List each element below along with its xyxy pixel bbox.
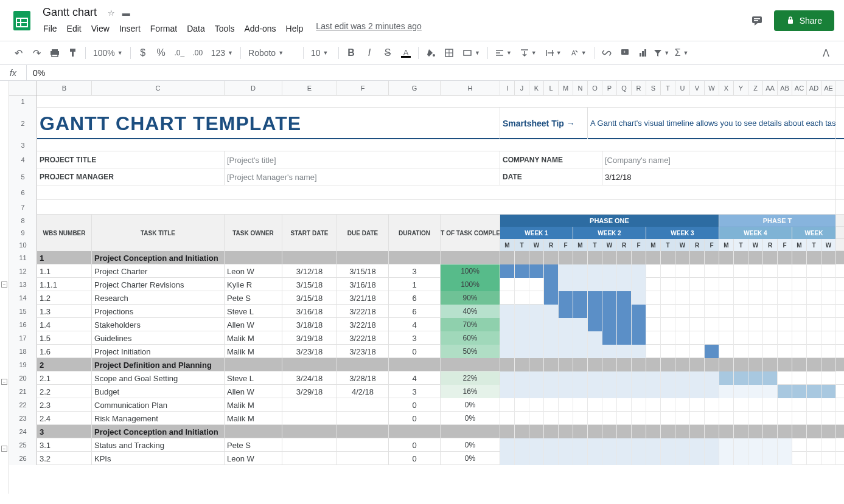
halign-button[interactable]: ▼	[492, 44, 515, 61]
task-title[interactable]: Stakeholders	[92, 318, 225, 331]
cell[interactable]	[763, 398, 778, 412]
cell[interactable]	[807, 291, 821, 305]
day-header[interactable]: T	[734, 239, 748, 251]
task-owner[interactable]: Leon W	[225, 452, 282, 465]
pct-complete[interactable]: 40%	[441, 305, 500, 318]
cell[interactable]	[734, 291, 748, 305]
select-all-corner[interactable]	[9, 81, 37, 95]
cell[interactable]	[821, 398, 836, 412]
cell[interactable]	[389, 358, 441, 371]
bold-button[interactable]: B	[343, 44, 360, 61]
cell[interactable]	[515, 264, 529, 278]
row-header[interactable]: 18	[9, 345, 37, 358]
task-title[interactable]: Project Definition and Planning	[92, 358, 225, 371]
start-date[interactable]	[282, 412, 337, 425]
cell[interactable]	[559, 425, 573, 438]
due-date[interactable]: 3/21/18	[337, 291, 389, 305]
cell[interactable]	[515, 452, 529, 465]
cell[interactable]	[389, 425, 441, 438]
pct-complete[interactable]: 100%	[441, 264, 500, 278]
wbs-cell[interactable]: 3.2	[37, 452, 92, 465]
col-header[interactable]: AC	[792, 81, 807, 95]
cell[interactable]	[515, 398, 529, 412]
comment-button[interactable]: +	[616, 44, 633, 61]
cell[interactable]	[602, 358, 617, 371]
wbs-cell[interactable]: 2.4	[37, 412, 92, 425]
wbs-cell[interactable]: 1.4	[37, 318, 92, 331]
cell[interactable]	[661, 438, 675, 452]
cell[interactable]	[282, 425, 337, 438]
cell[interactable]	[337, 215, 389, 227]
cell[interactable]	[763, 278, 778, 291]
cell[interactable]: TASK OWNER	[225, 227, 282, 239]
redo-button[interactable]: ↷	[28, 44, 45, 61]
decrease-decimal-button[interactable]: .0_	[171, 44, 188, 61]
cell[interactable]	[602, 318, 617, 331]
cell[interactable]	[515, 425, 529, 438]
cell[interactable]	[763, 331, 778, 345]
cell[interactable]	[529, 291, 544, 305]
cell[interactable]	[734, 264, 748, 278]
row-header[interactable]: 17	[9, 331, 37, 345]
start-date[interactable]: 3/24/18	[282, 371, 337, 385]
cell[interactable]	[337, 239, 389, 251]
task-title[interactable]: Projections	[92, 305, 225, 318]
pct-complete[interactable]: 50%	[441, 345, 500, 358]
cell[interactable]	[632, 305, 646, 318]
duration[interactable]: 1	[389, 278, 441, 291]
cell[interactable]	[441, 239, 500, 251]
cell[interactable]	[719, 438, 734, 452]
day-header[interactable]: R	[544, 239, 559, 251]
cell[interactable]	[748, 318, 763, 331]
pct-complete[interactable]: 0%	[441, 398, 500, 412]
pct-complete[interactable]: 70%	[441, 318, 500, 331]
increase-decimal-button[interactable]: .00	[189, 44, 206, 61]
cell[interactable]	[602, 438, 617, 452]
cell[interactable]	[748, 264, 763, 278]
row-header[interactable]: 20	[9, 371, 37, 385]
col-header[interactable]: J	[515, 81, 529, 95]
cell[interactable]	[441, 215, 500, 227]
cell[interactable]	[515, 385, 529, 398]
cell[interactable]	[792, 318, 807, 331]
col-header[interactable]: X	[719, 81, 734, 95]
cell[interactable]	[705, 358, 719, 371]
cell[interactable]: DURATION	[389, 227, 441, 239]
duration[interactable]: 6	[389, 305, 441, 318]
task-owner[interactable]: Pete S	[225, 291, 282, 305]
task-title[interactable]: Project Charter	[92, 264, 225, 278]
row-header[interactable]: 26	[9, 452, 37, 465]
cell[interactable]	[763, 358, 778, 371]
cell[interactable]	[632, 412, 646, 425]
cell[interactable]	[544, 264, 559, 278]
cell[interactable]	[792, 438, 807, 452]
duration[interactable]: 3	[389, 331, 441, 345]
cell[interactable]	[573, 371, 588, 385]
cell[interactable]	[617, 264, 632, 278]
print-button[interactable]	[46, 44, 63, 61]
cell[interactable]	[719, 305, 734, 318]
cell[interactable]	[792, 251, 807, 264]
cell[interactable]	[719, 425, 734, 438]
col-header[interactable]: R	[632, 81, 646, 95]
cell[interactable]	[763, 438, 778, 452]
cell[interactable]	[500, 398, 515, 412]
cell[interactable]	[792, 358, 807, 371]
cell[interactable]	[559, 438, 573, 452]
cell[interactable]	[748, 371, 763, 385]
cell[interactable]	[778, 278, 792, 291]
day-header[interactable]: R	[617, 239, 632, 251]
company-label[interactable]: COMPANY NAME	[500, 151, 602, 168]
week-header[interactable]: WEEK 2	[573, 227, 646, 239]
cell[interactable]	[632, 264, 646, 278]
collapse-toolbar-button[interactable]: ᐱ	[817, 44, 834, 61]
date-value[interactable]: 3/12/18	[602, 168, 836, 185]
pct-complete[interactable]: 16%	[441, 385, 500, 398]
cell[interactable]	[617, 385, 632, 398]
cell[interactable]	[225, 358, 282, 371]
group-toggle-icon[interactable]: −	[1, 379, 7, 385]
cell[interactable]	[602, 278, 617, 291]
row-header[interactable]: 5	[9, 168, 37, 185]
cell[interactable]	[807, 398, 821, 412]
start-date[interactable]	[282, 438, 337, 452]
